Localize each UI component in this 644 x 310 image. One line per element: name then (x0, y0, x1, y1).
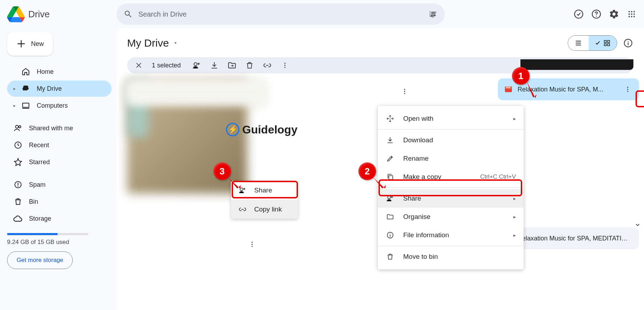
download-icon (386, 136, 395, 145)
nav-home[interactable]: Home (7, 64, 112, 80)
svg-rect-17 (604, 41, 607, 43)
rename-icon (386, 154, 395, 163)
submenu-arrow-icon: ▸ (513, 214, 516, 220)
grid-view-button[interactable] (589, 36, 617, 50)
expand-icon[interactable]: ▸ (13, 86, 18, 91)
nav-bin[interactable]: Bin (7, 193, 112, 210)
link-selected-button[interactable] (263, 61, 272, 70)
share-icon (386, 194, 395, 203)
folder-icon (386, 212, 395, 221)
open-with-icon (386, 114, 395, 123)
info-icon (386, 231, 395, 240)
clock-icon (13, 141, 23, 150)
svg-point-0 (574, 10, 583, 18)
svg-point-23 (284, 63, 285, 64)
home-icon (21, 67, 30, 76)
svg-point-5 (633, 11, 635, 12)
nav-label: Starred (29, 159, 50, 166)
download-selected-button[interactable] (210, 61, 219, 70)
menu-share[interactable]: Share ▸ (378, 189, 524, 208)
svg-point-31 (627, 89, 628, 90)
nav-label: Spam (29, 181, 46, 189)
context-menu: Open with ▸ Download Rename Make a copy … (378, 106, 524, 269)
submenu-copy-link[interactable]: Copy link (231, 200, 298, 219)
plus-icon (16, 39, 26, 49)
svg-point-28 (404, 93, 405, 94)
file-more-button[interactable] (400, 87, 410, 96)
nav-recent[interactable]: Recent (7, 137, 112, 153)
link-icon (238, 205, 247, 214)
selection-count: 1 selected (152, 62, 181, 69)
svg-point-26 (404, 89, 405, 90)
search-bar[interactable] (117, 4, 445, 25)
nav-label: Bin (29, 198, 38, 205)
svg-point-22 (194, 62, 197, 66)
nav-label: My Drive (37, 85, 62, 93)
search-filter-icon[interactable] (429, 10, 438, 19)
more-selected-button[interactable] (280, 61, 290, 70)
nav-computers[interactable]: ▸ Computers (7, 97, 112, 114)
nav-my-drive[interactable]: ▸ My Drive (7, 81, 112, 97)
trash-icon (386, 252, 395, 261)
apps-icon[interactable] (626, 9, 637, 19)
get-storage-button[interactable]: Get more storage (7, 251, 73, 269)
sidebar: New Home ▸ My Drive ▸ Computers Shar (0, 28, 117, 310)
svg-point-14 (19, 126, 21, 128)
menu-rename[interactable]: Rename (378, 149, 524, 168)
offline-ready-icon[interactable] (573, 9, 584, 19)
search-input[interactable] (138, 10, 423, 18)
new-button[interactable]: New (7, 32, 53, 56)
share-selected-button[interactable] (192, 61, 201, 70)
svg-point-34 (251, 242, 252, 243)
settings-icon[interactable] (609, 9, 619, 19)
info-icon[interactable] (623, 38, 633, 48)
new-label: New (31, 40, 44, 48)
svg-point-38 (388, 196, 390, 199)
scroll-down-icon[interactable]: ⌄ (634, 218, 641, 228)
clear-selection-button[interactable] (134, 61, 143, 70)
chevron-down-icon (173, 41, 178, 46)
nav-spam[interactable]: Spam (7, 177, 112, 193)
move-selected-button[interactable] (227, 61, 237, 70)
submenu-arrow-icon: ▸ (513, 196, 516, 201)
annotation-1: 1 (512, 67, 530, 85)
svg-point-13 (16, 125, 18, 128)
svg-point-36 (251, 246, 252, 247)
storage-meter (7, 233, 88, 235)
delete-selected-button[interactable] (245, 61, 254, 70)
breadcrumb-title[interactable]: My Drive (127, 37, 178, 49)
menu-copy[interactable]: Make a copy Ctrl+C Ctrl+V (378, 168, 524, 186)
svg-point-4 (631, 11, 632, 12)
file-more-button[interactable] (623, 84, 633, 94)
watermark-icon: ⚡ (226, 123, 239, 136)
menu-move-to-bin[interactable]: Move to bin (378, 248, 524, 266)
submenu-arrow-icon: ▸ (513, 116, 516, 121)
svg-point-2 (596, 16, 597, 17)
menu-download[interactable]: Download (378, 131, 524, 149)
nav-storage[interactable]: Storage (7, 210, 112, 227)
nav-shared[interactable]: Shared with me (7, 120, 112, 136)
menu-file-info[interactable]: File information ▸ (378, 226, 524, 244)
nav-starred[interactable]: Starred (7, 154, 112, 170)
file-name: Relaxation Music for SPA, MEDITATION... (518, 235, 633, 242)
menu-open-with[interactable]: Open with ▸ (378, 109, 524, 128)
menu-organise[interactable]: Organise ▸ (378, 208, 524, 226)
svg-point-27 (404, 91, 405, 92)
help-icon[interactable] (591, 9, 602, 19)
svg-point-10 (631, 16, 632, 17)
star-icon (13, 157, 23, 167)
svg-rect-20 (608, 44, 610, 46)
drive-icon (21, 84, 30, 93)
view-toggle (568, 35, 617, 51)
expand-icon[interactable]: ▸ (13, 103, 18, 108)
trash-icon (13, 197, 23, 206)
svg-point-8 (633, 13, 635, 15)
svg-point-6 (628, 13, 630, 15)
svg-rect-18 (608, 41, 610, 43)
header: Drive (0, 0, 644, 28)
svg-point-3 (628, 11, 630, 12)
watermark: ⚡ Guidelogy (226, 123, 297, 136)
list-view-button[interactable] (568, 36, 589, 50)
computer-icon (21, 101, 30, 110)
file-more-button[interactable] (247, 239, 257, 249)
